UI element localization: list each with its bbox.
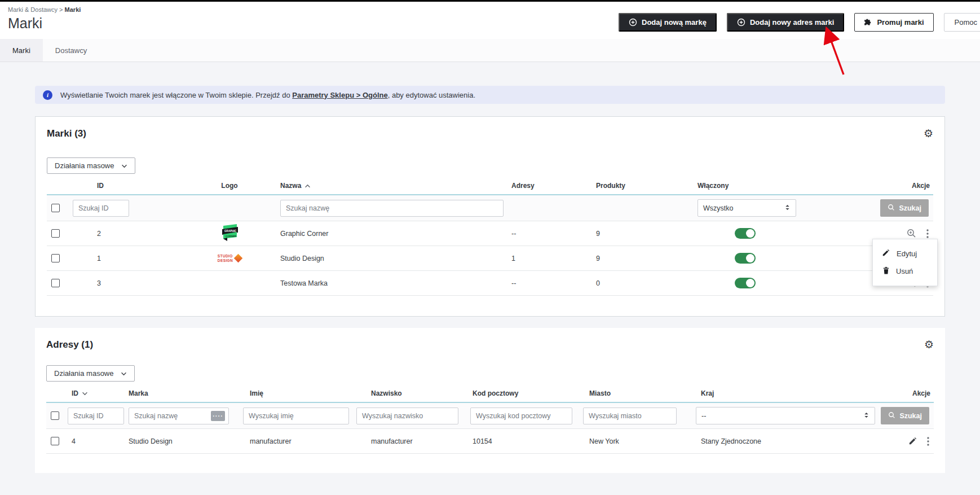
addr-filter-first-name-input[interactable] <box>243 408 349 424</box>
svg-text:CORNER: CORNER <box>226 235 237 238</box>
col-id[interactable]: ID <box>72 178 179 194</box>
tab-marki[interactable]: Marki <box>0 39 43 62</box>
puzzle-icon <box>864 18 872 27</box>
addr-filter-last-name-input[interactable] <box>356 408 458 424</box>
add-brand-address-label: Dodaj nowy adres marki <box>750 18 835 27</box>
tab-dostawcy[interactable]: Dostawcy <box>43 39 99 62</box>
cell-addresses: -- <box>506 230 590 238</box>
brands-table-header: ID Logo Nazwa Adresy Produkty Włączony A… <box>47 178 933 195</box>
addr-filter-city-input[interactable] <box>583 408 677 424</box>
addr-filter-post-code-input[interactable] <box>470 408 572 424</box>
menu-item-edit-label: Edytuj <box>897 249 917 258</box>
addresses-bulk-actions-label: Działania masowe <box>54 369 114 378</box>
cell-products: 9 <box>590 230 681 238</box>
sort-desc-icon[interactable] <box>82 389 88 397</box>
shop-parameters-link[interactable]: Parametry Sklepu > Ogólne <box>292 91 387 99</box>
breadcrumb-section[interactable]: Marki & Dostawcy <box>8 6 58 13</box>
col-first-name: Imię <box>235 386 356 402</box>
addresses-search-button[interactable]: Szukaj <box>881 407 929 424</box>
select-all-checkbox[interactable] <box>51 204 60 212</box>
menu-item-delete[interactable]: Usuń <box>873 262 937 280</box>
col-checkbox <box>46 390 63 398</box>
brand-picker-dots-icon[interactable]: ···· <box>211 411 225 421</box>
cell-name: Graphic Corner <box>280 230 506 238</box>
plus-circle-icon <box>629 18 637 27</box>
menu-item-edit[interactable]: Edytuj <box>873 245 937 262</box>
breadcrumb-current: Marki <box>65 6 81 13</box>
cell-id: 3 <box>72 279 179 287</box>
logo-text: DESIGN <box>218 259 233 262</box>
tab-bar: Marki Dostawcy <box>0 39 980 62</box>
cell-id: 2 <box>72 230 179 238</box>
chevron-down-icon <box>121 369 127 378</box>
tab-dostawcy-label: Dostawcy <box>55 46 87 55</box>
enabled-toggle[interactable] <box>735 278 756 288</box>
brands-filter-enabled-value: Wszystko <box>703 204 733 212</box>
info-text-before: Wyświetlanie Twoich marek jest włączone … <box>60 91 292 99</box>
help-button[interactable]: Pomoc <box>944 13 980 32</box>
trash-icon <box>882 266 889 276</box>
info-icon: i <box>43 90 52 100</box>
row-checkbox[interactable] <box>51 229 60 238</box>
addresses-bulk-actions-button[interactable]: Działania masowe <box>46 365 135 382</box>
brands-search-button[interactable]: Szukaj <box>880 199 929 217</box>
cell-brand: Studio Design <box>114 437 235 445</box>
col-city: Miasto <box>571 386 683 402</box>
brands-panel: Marki (3) ⚙ Działania masowe ID Logo Naz… <box>35 116 945 317</box>
brands-filter-row: Wszystko Szukaj <box>47 195 933 221</box>
info-alert-text: Wyświetlanie Twoich marek jest włączone … <box>60 91 475 99</box>
cell-first-name: manufacturer <box>235 437 356 445</box>
addresses-search-label: Szukaj <box>899 412 922 420</box>
edit-pencil-icon[interactable] <box>908 437 917 445</box>
gear-icon[interactable]: ⚙ <box>924 128 933 139</box>
diamond-shape <box>234 254 243 263</box>
table-row: 2 GRAPHIC CORNER Graphic Corner -- 9 <box>47 221 933 246</box>
row-checkbox[interactable] <box>51 254 60 262</box>
brands-bulk-actions-button[interactable]: Działania masowe <box>47 157 135 174</box>
enabled-toggle[interactable] <box>735 253 756 264</box>
col-addresses: Adresy <box>506 178 590 194</box>
svg-text:GRAPHIC: GRAPHIC <box>224 230 237 233</box>
col-enabled: Włączony <box>681 178 796 194</box>
col-name[interactable]: Nazwa <box>280 178 506 194</box>
cell-addresses: 1 <box>506 255 590 262</box>
content: i Wyświetlanie Twoich marek jest włączon… <box>0 62 980 476</box>
help-label: Pomoc <box>955 18 977 27</box>
cell-name: Testowa Marka <box>280 279 506 287</box>
col-country: Kraj <box>683 386 875 402</box>
info-text-after: , aby edytować ustawienia. <box>388 91 475 99</box>
brands-filter-enabled-select[interactable]: Wszystko <box>698 199 796 217</box>
table-row: 3 Testowa Marka -- 0 <box>47 271 933 296</box>
row-checkbox[interactable] <box>51 279 60 287</box>
brands-filter-id-input[interactable] <box>73 200 129 217</box>
view-zoom-icon[interactable] <box>907 229 916 238</box>
add-brand-button[interactable]: Dodaj nową markę <box>619 13 717 32</box>
gear-icon[interactable]: ⚙ <box>924 339 934 350</box>
brands-filter-name-input[interactable] <box>280 200 504 217</box>
tab-marki-label: Marki <box>12 46 30 55</box>
addresses-table-header: ID Marka Imię Nazwisko Kod pocztowy Mias… <box>46 386 934 403</box>
add-brand-address-button[interactable]: Dodaj nowy adres marki <box>727 13 845 32</box>
promote-brands-button[interactable]: Promuj marki <box>854 13 933 32</box>
cell-post-code: 10154 <box>458 437 571 445</box>
breadcrumb: Marki & Dostawcy > Marki <box>8 6 980 13</box>
updown-icon <box>784 204 791 213</box>
kebab-menu-icon[interactable] <box>927 437 929 446</box>
brands-bulk-actions-label: Działania masowe <box>55 161 114 170</box>
cell-name: Studio Design <box>280 255 506 262</box>
addr-filter-country-select[interactable]: -- <box>696 407 875 424</box>
addr-filter-country-value: -- <box>701 412 706 420</box>
sort-asc-icon[interactable] <box>304 182 311 190</box>
col-id-label: ID <box>72 389 78 397</box>
addresses-filter-row: ···· -- Szukaj <box>46 403 934 429</box>
promote-brands-label: Promuj marki <box>877 18 924 27</box>
row-checkbox[interactable] <box>51 437 59 445</box>
cell-country: Stany Zjednoczone <box>683 437 875 445</box>
cell-id: 4 <box>63 437 114 445</box>
brand-logo-studio-design: STUDIODESIGN <box>218 254 241 262</box>
enabled-toggle[interactable] <box>735 228 756 239</box>
select-all-checkbox[interactable] <box>51 411 59 420</box>
kebab-menu-icon[interactable] <box>926 229 929 238</box>
table-row: 4 Studio Design manufacturer manufacture… <box>46 429 934 454</box>
col-id[interactable]: ID <box>63 386 114 402</box>
